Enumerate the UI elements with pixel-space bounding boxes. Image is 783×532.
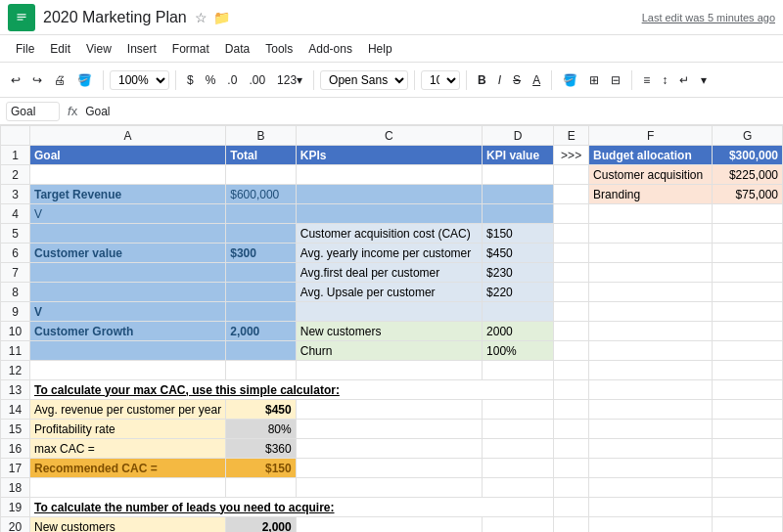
cell-e11[interactable] — [554, 341, 589, 361]
cell-e18[interactable] — [554, 478, 589, 498]
cell-c5[interactable]: Customer acquisition cost (CAC) — [296, 224, 482, 244]
menu-data[interactable]: Data — [217, 40, 257, 58]
cell-d2[interactable] — [483, 165, 554, 185]
cell-e19[interactable] — [554, 498, 589, 517]
cell-c18[interactable] — [296, 478, 482, 498]
cell-g3[interactable]: $75,000 — [713, 185, 783, 204]
cell-a6[interactable]: Customer value — [30, 244, 226, 263]
cell-b3[interactable]: $600,000 — [226, 185, 297, 204]
cell-d16[interactable] — [483, 439, 554, 459]
cell-b11[interactable] — [226, 341, 297, 361]
cell-b7[interactable] — [226, 263, 297, 283]
cell-d15[interactable] — [483, 420, 554, 439]
col-header-a[interactable]: A — [30, 126, 226, 146]
cell-a2[interactable] — [30, 165, 226, 185]
cell-g4[interactable] — [713, 204, 783, 224]
col-header-c[interactable]: C — [296, 126, 482, 146]
percent-button[interactable]: % — [201, 70, 221, 90]
cell-d17[interactable] — [483, 459, 554, 478]
cell-e15[interactable] — [554, 420, 589, 439]
cell-g1[interactable]: $300,000 — [713, 146, 783, 165]
cell-g10[interactable] — [713, 322, 783, 341]
menu-help[interactable]: Help — [360, 40, 400, 58]
number-format[interactable]: 123▾ — [272, 70, 307, 90]
cell-a20[interactable]: New customers — [30, 517, 226, 533]
sheet-container[interactable]: A B C D E F G 1 Goal Total KPIs KPI valu… — [0, 125, 783, 532]
cell-b1[interactable]: Total — [226, 146, 297, 165]
borders-button[interactable]: ⊞ — [584, 70, 604, 90]
cell-a13[interactable]: To calculate your max CAC, use this simp… — [30, 380, 554, 400]
cell-reference[interactable] — [6, 102, 60, 121]
cell-g18[interactable] — [713, 478, 783, 498]
menu-format[interactable]: Format — [164, 40, 217, 58]
cell-a10[interactable]: Customer Growth — [30, 322, 226, 341]
cell-e20[interactable] — [554, 517, 589, 533]
cell-b10[interactable]: 2,000 — [226, 322, 297, 341]
cell-d14[interactable] — [483, 400, 554, 420]
cell-g20[interactable] — [713, 517, 783, 533]
strikethrough-button[interactable]: S — [508, 70, 526, 90]
cell-a4[interactable]: V — [30, 204, 226, 224]
cell-d5[interactable]: $150 — [483, 224, 554, 244]
cell-b17[interactable]: $150 — [226, 459, 297, 478]
cell-f16[interactable] — [589, 439, 713, 459]
cell-f11[interactable] — [589, 341, 713, 361]
cell-c9[interactable] — [296, 302, 482, 322]
cell-c20[interactable] — [296, 517, 482, 533]
cell-c3[interactable] — [296, 185, 482, 204]
cell-f4[interactable] — [589, 204, 713, 224]
cell-g7[interactable] — [713, 263, 783, 283]
cell-c6[interactable]: Avg. yearly income per customer — [296, 244, 482, 263]
undo-button[interactable]: ↩ — [6, 70, 25, 90]
paint-format-button[interactable]: 🪣 — [72, 70, 97, 90]
valign-button[interactable]: ↕ — [657, 70, 672, 90]
cell-b8[interactable] — [226, 283, 297, 302]
cell-g8[interactable] — [713, 283, 783, 302]
font-select[interactable]: Open Sans — [320, 70, 408, 90]
cell-g19[interactable] — [713, 498, 783, 517]
cell-f1[interactable]: Budget allocation — [589, 146, 713, 165]
cell-f14[interactable] — [589, 400, 713, 420]
cell-a9[interactable]: V — [30, 302, 226, 322]
cell-d11[interactable]: 100% — [483, 341, 554, 361]
cell-a8[interactable] — [30, 283, 226, 302]
cell-f12[interactable] — [589, 361, 713, 380]
cell-e5[interactable] — [554, 224, 589, 244]
cell-g14[interactable] — [713, 400, 783, 420]
cell-a15[interactable]: Profitability rate — [30, 420, 226, 439]
cell-d3[interactable] — [483, 185, 554, 204]
cell-f15[interactable] — [589, 420, 713, 439]
cell-c16[interactable] — [296, 439, 482, 459]
cell-c14[interactable] — [296, 400, 482, 420]
decimal-decrease[interactable]: .0 — [222, 70, 242, 90]
cell-a19[interactable]: To calculate the number of leads you nee… — [30, 498, 554, 517]
cell-b2[interactable] — [226, 165, 297, 185]
cell-f8[interactable] — [589, 283, 713, 302]
cell-a5[interactable] — [30, 224, 226, 244]
menu-tools[interactable]: Tools — [257, 40, 300, 58]
cell-d6[interactable]: $450 — [483, 244, 554, 263]
cell-g15[interactable] — [713, 420, 783, 439]
redo-button[interactable]: ↪ — [27, 70, 47, 90]
cell-e12[interactable] — [554, 361, 589, 380]
cell-f17[interactable] — [589, 459, 713, 478]
cell-c8[interactable]: Avg. Upsale per customer — [296, 283, 482, 302]
cell-e6[interactable] — [554, 244, 589, 263]
cell-f6[interactable] — [589, 244, 713, 263]
cell-e7[interactable] — [554, 263, 589, 283]
cell-b9[interactable] — [226, 302, 297, 322]
cell-f2[interactable]: Customer acquisition — [589, 165, 713, 185]
star-icon[interactable]: ☆ — [195, 10, 207, 25]
cell-f5[interactable] — [589, 224, 713, 244]
cell-c15[interactable] — [296, 420, 482, 439]
cell-e14[interactable] — [554, 400, 589, 420]
cell-d4[interactable] — [483, 204, 554, 224]
cell-e1[interactable]: >>> — [554, 146, 589, 165]
col-header-g[interactable]: G — [713, 126, 783, 146]
cell-d10[interactable]: 2000 — [483, 322, 554, 341]
menu-file[interactable]: File — [8, 40, 42, 58]
cell-a1[interactable]: Goal — [30, 146, 226, 165]
align-button[interactable]: ≡ — [638, 70, 655, 90]
cell-d20[interactable] — [483, 517, 554, 533]
cell-g17[interactable] — [713, 459, 783, 478]
